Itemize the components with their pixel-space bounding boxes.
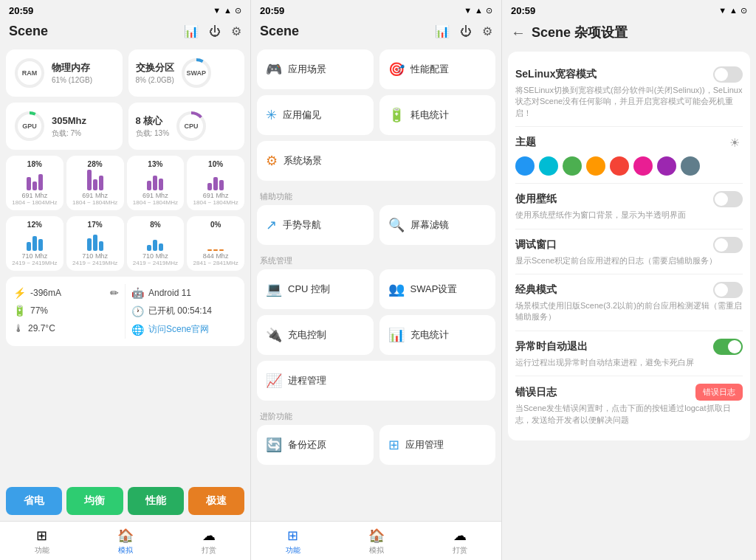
edit-icon[interactable]: ✏ xyxy=(110,287,119,299)
process-mgmt-btn[interactable]: 📈 进程管理 xyxy=(257,361,495,401)
app-mgmt-label: 应用管理 xyxy=(405,438,444,452)
system-scene-icon: ⚙ xyxy=(266,153,278,169)
menu-row-sys-2: 🔌 充电控制 📊 充电统计 xyxy=(257,315,495,355)
system-scene-btn[interactable]: ⚙ 系统场景 xyxy=(257,141,495,181)
ram-circle: RAM xyxy=(13,57,46,89)
screen-filter-btn[interactable]: 🔍 屏幕滤镜 xyxy=(379,205,496,245)
nav-reward-mid[interactable]: ☁ 打赏 xyxy=(418,526,501,557)
temp-value: 29.7°C xyxy=(28,323,55,333)
color-blue[interactable] xyxy=(515,156,535,176)
menu-row-adv: 🔄 备份还原 ⊞ 应用管理 xyxy=(257,425,495,465)
core-4: 12% 710 Mhz 2419 ~ 2419MHz xyxy=(6,216,63,271)
nav-model-label-mid: 模拟 xyxy=(369,545,384,556)
core-0: 18% 691 Mhz 1804 ~ 1804MHz xyxy=(6,156,63,210)
cpu-info: 8 核心 负载: 13% xyxy=(136,114,170,139)
battery-level-icon: 🔋 xyxy=(13,305,26,317)
toolbar-right: ← Scene 杂项设置 xyxy=(502,21,756,46)
gamepad-icon: 🎮 xyxy=(266,61,282,77)
ram-card: RAM 物理内存 61% (12GB) xyxy=(6,49,123,97)
gesture-nav-label: 手势导航 xyxy=(283,218,321,232)
cpu-summary-card: 8 核心 负载: 13% CPU xyxy=(128,103,245,150)
swap-card: 交换分区 8% (2.0GB) SWAP xyxy=(128,49,245,97)
power-icon[interactable]: ⏻ xyxy=(209,25,221,38)
color-red[interactable] xyxy=(610,156,629,176)
battery-current: -396mA xyxy=(30,288,61,298)
toolbar-mid: Scene 📊 ⏻ ⚙ xyxy=(251,21,501,44)
status-icons-left: ▼ ▲ ⊙ xyxy=(213,6,241,15)
cpu-control-btn[interactable]: 💻 CPU 控制 xyxy=(257,269,374,309)
color-cyan[interactable] xyxy=(539,156,558,176)
charge-stats-icon: 📊 xyxy=(388,327,405,343)
debug-toggle[interactable] xyxy=(713,237,743,253)
charge-stats-btn[interactable]: 📊 充电统计 xyxy=(379,315,496,355)
android-icon: 🤖 xyxy=(131,287,144,299)
selinux-toggle[interactable] xyxy=(713,66,743,83)
website-row[interactable]: 🌐 访问Scene官网 xyxy=(131,320,237,339)
app-pref-label: 应用偏见 xyxy=(283,108,321,122)
mid-panel: 20:59 ▼ ▲ ⊙ Scene 📊 ⏻ ⚙ 🎮 应用场景 🎯 性能配置 xyxy=(251,0,502,560)
nav-reward-left[interactable]: ☁ 打赏 xyxy=(167,526,250,557)
app-pref-btn[interactable]: ✳ 应用偏见 xyxy=(257,95,374,135)
nav-reward-label: 打赏 xyxy=(202,545,216,556)
classic-item: 经典模式 场景模式使用旧版Scene(3.2以前)的前台应用检测逻辑（需重启辅助… xyxy=(515,274,743,331)
power-stats-label: 耗电统计 xyxy=(410,108,449,122)
bar-chart-icon-mid[interactable]: 📊 xyxy=(435,24,450,38)
android-row: 🤖 Android 11 xyxy=(131,284,237,302)
uptime-value: 已开机 00:54:14 xyxy=(148,305,212,317)
nav-function-left[interactable]: ⊞ 功能 xyxy=(0,526,83,557)
classic-title: 经典模式 xyxy=(515,283,557,297)
power-stats-btn[interactable]: 🔋 耗电统计 xyxy=(379,95,496,135)
auto-exit-item: 异常时自动退出 运行过程出现异常时自动结束进程，避免卡死白屏 xyxy=(515,331,743,376)
gpu-load: 负载: 7% xyxy=(52,128,86,139)
performance-btn[interactable]: 性能 xyxy=(128,487,184,515)
debug-title: 调试窗口 xyxy=(515,238,557,252)
color-green[interactable] xyxy=(563,156,582,176)
auto-exit-toggle[interactable] xyxy=(713,339,743,355)
color-pink[interactable] xyxy=(633,156,653,176)
wallpaper-item: 使用壁纸 使用系统壁纸作为窗口背景，显示为半透明界面 xyxy=(515,184,743,229)
back-button[interactable]: ← xyxy=(511,24,526,41)
color-orange[interactable] xyxy=(586,156,605,176)
classic-toggle[interactable] xyxy=(713,282,743,298)
balance-btn[interactable]: 均衡 xyxy=(66,487,123,515)
aux-section-label: 辅助功能 xyxy=(257,187,495,205)
website-link: 访问Scene官网 xyxy=(148,323,209,336)
nav-model-left[interactable]: 🏠 模拟 xyxy=(83,526,167,557)
perf-config-btn[interactable]: 🎯 性能配置 xyxy=(379,49,496,89)
app-scene-btn[interactable]: 🎮 应用场景 xyxy=(257,49,374,89)
save-power-btn[interactable]: 省电 xyxy=(6,487,62,515)
error-log-button[interactable]: 错误日志 xyxy=(695,384,743,401)
wallpaper-toggle[interactable] xyxy=(713,191,743,207)
nav-model-mid[interactable]: 🏠 模拟 xyxy=(334,526,418,557)
nav-function-mid[interactable]: ⊞ 功能 xyxy=(251,526,334,557)
color-gray[interactable] xyxy=(681,156,700,176)
battery-current-row: ⚡ -396mA ✏ xyxy=(13,284,119,302)
charge-control-btn[interactable]: 🔌 充电控制 xyxy=(257,315,374,355)
ram-label: RAM xyxy=(22,69,38,77)
brightness-icon[interactable]: ☀ xyxy=(726,134,743,151)
power-stats-icon: 🔋 xyxy=(388,107,405,123)
charge-stats-label: 充电统计 xyxy=(410,328,449,342)
menu-row-1: 🎮 应用场景 🎯 性能配置 xyxy=(257,49,495,89)
backup-btn[interactable]: 🔄 备份还原 xyxy=(257,425,374,465)
status-bar-mid: 20:59 ▼ ▲ ⊙ xyxy=(251,0,501,21)
cores-bot-row: 12% 710 Mhz 2419 ~ 2419MHz 17% 710 Mhz 2… xyxy=(6,216,244,277)
core-3: 10% 691 Mhz 1804 ~ 1804MHz xyxy=(187,156,244,210)
nav-model-label: 模拟 xyxy=(118,545,133,556)
charge-control-label: 充电控制 xyxy=(288,328,326,342)
settings-icon[interactable]: ⚙ xyxy=(231,24,241,38)
bottom-nav-left: ⊞ 功能 🏠 模拟 ☁ 打赏 xyxy=(0,521,250,560)
app-mgmt-btn[interactable]: ⊞ 应用管理 xyxy=(379,425,496,465)
swap-settings-btn[interactable]: 👥 SWAP设置 xyxy=(379,269,496,309)
backup-icon: 🔄 xyxy=(266,437,282,453)
gpu-label: GPU xyxy=(22,122,37,130)
turbo-btn[interactable]: 极速 xyxy=(188,487,244,515)
selinux-desc: 将SELinux切换到宽容模式(部分软件叫(关闭Selinux))，SeLinu… xyxy=(515,85,743,119)
color-purple[interactable] xyxy=(657,156,676,176)
settings-icon-mid[interactable]: ⚙ xyxy=(482,24,492,38)
power-icon-mid[interactable]: ⏻ xyxy=(460,25,472,38)
gesture-nav-btn[interactable]: ↗ 手势导航 xyxy=(257,205,374,245)
gpu-card: GPU 305Mhz 负载: 7% xyxy=(6,103,123,150)
bar-chart-icon[interactable]: 📊 xyxy=(184,24,199,38)
gpu-info: 305Mhz 负载: 7% xyxy=(52,114,86,139)
